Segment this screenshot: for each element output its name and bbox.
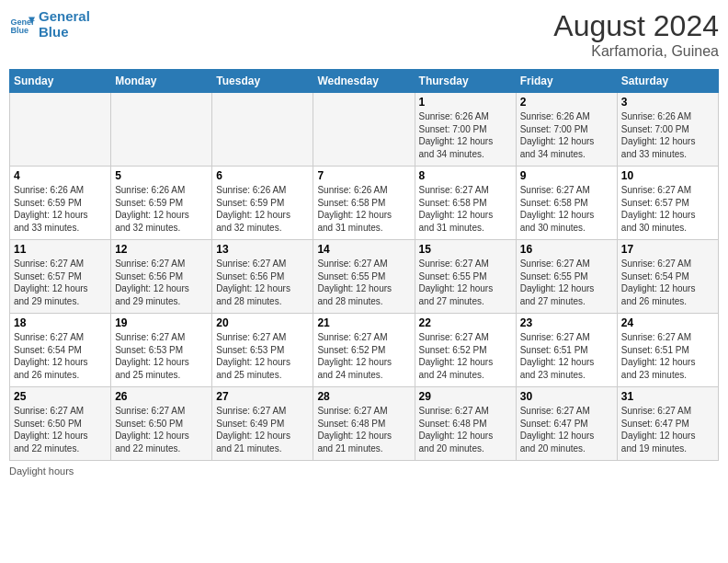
calendar-table: SundayMondayTuesdayWednesdayThursdayFrid… bbox=[9, 69, 719, 461]
day-info: Sunrise: 6:26 AM Sunset: 6:59 PM Dayligh… bbox=[216, 184, 309, 234]
day-info: Sunrise: 6:26 AM Sunset: 6:59 PM Dayligh… bbox=[115, 184, 208, 234]
day-info: Sunrise: 6:27 AM Sunset: 6:53 PM Dayligh… bbox=[216, 331, 309, 381]
day-of-week-header: Sunday bbox=[10, 70, 111, 93]
calendar-week-row: 1Sunrise: 6:26 AM Sunset: 7:00 PM Daylig… bbox=[10, 93, 719, 167]
day-info: Sunrise: 6:26 AM Sunset: 6:59 PM Dayligh… bbox=[14, 184, 107, 234]
day-number: 26 bbox=[115, 390, 208, 403]
day-number: 28 bbox=[317, 390, 410, 403]
day-info: Sunrise: 6:27 AM Sunset: 6:50 PM Dayligh… bbox=[14, 405, 107, 454]
day-number: 3 bbox=[621, 96, 714, 109]
day-number: 15 bbox=[419, 243, 512, 256]
calendar-day-cell: 6Sunrise: 6:26 AM Sunset: 6:59 PM Daylig… bbox=[212, 167, 313, 240]
calendar-day-cell bbox=[10, 93, 111, 167]
day-info: Sunrise: 6:27 AM Sunset: 6:54 PM Dayligh… bbox=[621, 258, 714, 307]
calendar-day-cell: 13Sunrise: 6:27 AM Sunset: 6:56 PM Dayli… bbox=[212, 240, 313, 314]
day-number: 6 bbox=[216, 169, 309, 182]
calendar-day-cell: 4Sunrise: 6:26 AM Sunset: 6:59 PM Daylig… bbox=[10, 167, 111, 240]
day-number: 11 bbox=[14, 243, 107, 256]
day-of-week-header: Monday bbox=[111, 70, 212, 93]
day-number: 23 bbox=[520, 316, 613, 329]
calendar-day-cell: 15Sunrise: 6:27 AM Sunset: 6:55 PM Dayli… bbox=[415, 240, 516, 314]
day-number: 21 bbox=[317, 316, 410, 329]
day-number: 18 bbox=[14, 316, 107, 329]
day-of-week-header: Tuesday bbox=[212, 70, 313, 93]
day-info: Sunrise: 6:27 AM Sunset: 6:55 PM Dayligh… bbox=[520, 258, 613, 307]
calendar-day-cell: 18Sunrise: 6:27 AM Sunset: 6:54 PM Dayli… bbox=[10, 314, 111, 387]
calendar-day-cell: 30Sunrise: 6:27 AM Sunset: 6:47 PM Dayli… bbox=[516, 387, 617, 461]
calendar-day-cell: 11Sunrise: 6:27 AM Sunset: 6:57 PM Dayli… bbox=[10, 240, 111, 314]
calendar-day-cell bbox=[313, 93, 415, 167]
calendar-day-cell: 20Sunrise: 6:27 AM Sunset: 6:53 PM Dayli… bbox=[212, 314, 313, 387]
day-number: 16 bbox=[520, 243, 613, 256]
day-number: 9 bbox=[520, 169, 613, 182]
page-header: General Blue General Blue August 2024 Ka… bbox=[9, 9, 719, 60]
day-info: Sunrise: 6:27 AM Sunset: 6:51 PM Dayligh… bbox=[621, 331, 714, 381]
day-number: 12 bbox=[115, 243, 208, 256]
calendar-day-cell: 3Sunrise: 6:26 AM Sunset: 7:00 PM Daylig… bbox=[617, 93, 718, 167]
calendar-week-row: 11Sunrise: 6:27 AM Sunset: 6:57 PM Dayli… bbox=[10, 240, 719, 314]
calendar-header-row: SundayMondayTuesdayWednesdayThursdayFrid… bbox=[10, 70, 719, 93]
calendar-day-cell: 23Sunrise: 6:27 AM Sunset: 6:51 PM Dayli… bbox=[516, 314, 617, 387]
day-info: Sunrise: 6:27 AM Sunset: 6:56 PM Dayligh… bbox=[115, 258, 208, 307]
day-number: 24 bbox=[621, 316, 714, 329]
day-info: Sunrise: 6:27 AM Sunset: 6:53 PM Dayligh… bbox=[115, 331, 208, 381]
day-of-week-header: Thursday bbox=[415, 70, 516, 93]
day-number: 19 bbox=[115, 316, 208, 329]
day-info: Sunrise: 6:27 AM Sunset: 6:57 PM Dayligh… bbox=[621, 184, 714, 234]
svg-text:Blue: Blue bbox=[10, 26, 28, 35]
day-info: Sunrise: 6:27 AM Sunset: 6:50 PM Dayligh… bbox=[115, 405, 208, 454]
day-info: Sunrise: 6:27 AM Sunset: 6:56 PM Dayligh… bbox=[216, 258, 309, 307]
calendar-day-cell: 21Sunrise: 6:27 AM Sunset: 6:52 PM Dayli… bbox=[313, 314, 415, 387]
calendar-week-row: 4Sunrise: 6:26 AM Sunset: 6:59 PM Daylig… bbox=[10, 167, 719, 240]
day-number: 2 bbox=[520, 96, 613, 109]
calendar-day-cell: 1Sunrise: 6:26 AM Sunset: 7:00 PM Daylig… bbox=[415, 93, 516, 167]
calendar-day-cell: 5Sunrise: 6:26 AM Sunset: 6:59 PM Daylig… bbox=[111, 167, 212, 240]
calendar-day-cell bbox=[111, 93, 212, 167]
day-info: Sunrise: 6:27 AM Sunset: 6:55 PM Dayligh… bbox=[419, 258, 512, 307]
day-info: Sunrise: 6:27 AM Sunset: 6:58 PM Dayligh… bbox=[520, 184, 613, 234]
day-info: Sunrise: 6:27 AM Sunset: 6:51 PM Dayligh… bbox=[520, 331, 613, 381]
title-block: August 2024 Karfamoria, Guinea bbox=[553, 9, 719, 60]
day-info: Sunrise: 6:27 AM Sunset: 6:49 PM Dayligh… bbox=[216, 405, 309, 454]
calendar-day-cell: 16Sunrise: 6:27 AM Sunset: 6:55 PM Dayli… bbox=[516, 240, 617, 314]
day-info: Sunrise: 6:27 AM Sunset: 6:47 PM Dayligh… bbox=[621, 405, 714, 454]
calendar-day-cell: 12Sunrise: 6:27 AM Sunset: 6:56 PM Dayli… bbox=[111, 240, 212, 314]
calendar-day-cell: 31Sunrise: 6:27 AM Sunset: 6:47 PM Dayli… bbox=[617, 387, 718, 461]
day-info: Sunrise: 6:27 AM Sunset: 6:52 PM Dayligh… bbox=[317, 331, 410, 381]
day-info: Sunrise: 6:27 AM Sunset: 6:52 PM Dayligh… bbox=[419, 331, 512, 381]
calendar-day-cell: 28Sunrise: 6:27 AM Sunset: 6:48 PM Dayli… bbox=[313, 387, 415, 461]
calendar-day-cell: 19Sunrise: 6:27 AM Sunset: 6:53 PM Dayli… bbox=[111, 314, 212, 387]
calendar-day-cell: 10Sunrise: 6:27 AM Sunset: 6:57 PM Dayli… bbox=[617, 167, 718, 240]
calendar-day-cell: 26Sunrise: 6:27 AM Sunset: 6:50 PM Dayli… bbox=[111, 387, 212, 461]
day-number: 30 bbox=[520, 390, 613, 403]
day-info: Sunrise: 6:27 AM Sunset: 6:55 PM Dayligh… bbox=[317, 258, 410, 307]
day-number: 22 bbox=[419, 316, 512, 329]
day-number: 1 bbox=[419, 96, 512, 109]
day-of-week-header: Wednesday bbox=[313, 70, 415, 93]
day-info: Sunrise: 6:26 AM Sunset: 7:00 PM Dayligh… bbox=[520, 110, 613, 160]
day-number: 20 bbox=[216, 316, 309, 329]
day-number: 25 bbox=[14, 390, 107, 403]
day-info: Sunrise: 6:26 AM Sunset: 7:00 PM Dayligh… bbox=[419, 110, 512, 160]
day-number: 27 bbox=[216, 390, 309, 403]
day-number: 4 bbox=[14, 169, 107, 182]
calendar-week-row: 18Sunrise: 6:27 AM Sunset: 6:54 PM Dayli… bbox=[10, 314, 719, 387]
calendar-day-cell: 27Sunrise: 6:27 AM Sunset: 6:49 PM Dayli… bbox=[212, 387, 313, 461]
daylight-label: Daylight hours bbox=[9, 465, 74, 477]
calendar-day-cell: 29Sunrise: 6:27 AM Sunset: 6:48 PM Dayli… bbox=[415, 387, 516, 461]
day-number: 14 bbox=[317, 243, 410, 256]
logo-text: General Blue bbox=[39, 9, 90, 40]
day-info: Sunrise: 6:27 AM Sunset: 6:58 PM Dayligh… bbox=[419, 184, 512, 234]
logo: General Blue General Blue bbox=[9, 9, 90, 40]
calendar-day-cell: 2Sunrise: 6:26 AM Sunset: 7:00 PM Daylig… bbox=[516, 93, 617, 167]
calendar-day-cell: 24Sunrise: 6:27 AM Sunset: 6:51 PM Dayli… bbox=[617, 314, 718, 387]
day-info: Sunrise: 6:27 AM Sunset: 6:48 PM Dayligh… bbox=[419, 405, 512, 454]
day-info: Sunrise: 6:27 AM Sunset: 6:57 PM Dayligh… bbox=[14, 258, 107, 307]
calendar-day-cell: 17Sunrise: 6:27 AM Sunset: 6:54 PM Dayli… bbox=[617, 240, 718, 314]
day-number: 7 bbox=[317, 169, 410, 182]
logo-icon: General Blue bbox=[9, 12, 35, 38]
calendar-day-cell: 7Sunrise: 6:26 AM Sunset: 6:58 PM Daylig… bbox=[313, 167, 415, 240]
calendar-week-row: 25Sunrise: 6:27 AM Sunset: 6:50 PM Dayli… bbox=[10, 387, 719, 461]
month-year: August 2024 bbox=[553, 9, 719, 43]
day-number: 5 bbox=[115, 169, 208, 182]
